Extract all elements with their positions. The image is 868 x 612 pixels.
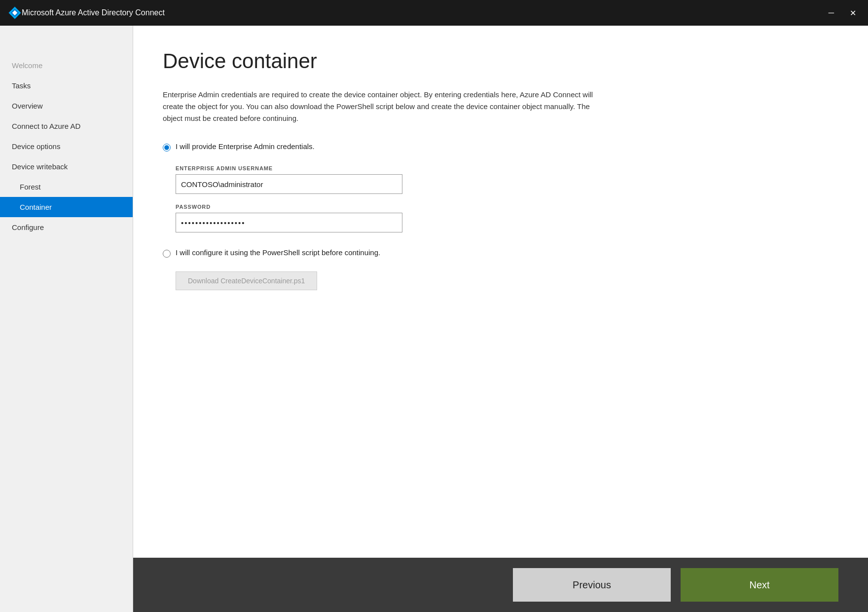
window-controls: ─ ✕ bbox=[825, 6, 860, 20]
radio-credentials-label: I will provide Enterprise Admin credenti… bbox=[176, 142, 315, 151]
sidebar-item-welcome: Welcome bbox=[0, 55, 133, 76]
main-window: Welcome Tasks Overview Connect to Azure … bbox=[0, 26, 868, 612]
sidebar-item-configure[interactable]: Configure bbox=[0, 217, 133, 237]
download-script-button[interactable]: Download CreateDeviceContainer.ps1 bbox=[176, 271, 317, 290]
radio-credentials-input[interactable] bbox=[163, 144, 171, 152]
sidebar-item-forest[interactable]: Forest bbox=[0, 177, 133, 197]
radio-powershell-input[interactable] bbox=[163, 250, 171, 258]
next-button[interactable]: Next bbox=[681, 568, 838, 602]
window-title: Microsoft Azure Active Directory Connect bbox=[22, 8, 825, 17]
close-button[interactable]: ✕ bbox=[846, 6, 860, 20]
username-input[interactable] bbox=[176, 174, 402, 194]
sidebar-item-overview[interactable]: Overview bbox=[0, 96, 133, 116]
sidebar-item-container[interactable]: Container bbox=[0, 197, 133, 217]
password-label: PASSWORD bbox=[176, 204, 838, 210]
description-text: Enterprise Admin credentials are require… bbox=[163, 89, 607, 124]
page-title: Device container bbox=[163, 49, 838, 73]
username-label: ENTERPRISE ADMIN USERNAME bbox=[176, 165, 838, 171]
content-area: Device container Enterprise Admin creden… bbox=[133, 26, 868, 612]
sidebar-item-device-writeback[interactable]: Device writeback bbox=[0, 156, 133, 177]
radio-option-powershell[interactable]: I will configure it using the PowerShell… bbox=[163, 248, 838, 258]
title-bar: Microsoft Azure Active Directory Connect… bbox=[0, 0, 868, 26]
sidebar-item-connect-azure-ad[interactable]: Connect to Azure AD bbox=[0, 116, 133, 136]
sidebar-item-tasks[interactable]: Tasks bbox=[0, 76, 133, 96]
radio-option-credentials[interactable]: I will provide Enterprise Admin credenti… bbox=[163, 142, 838, 152]
sidebar: Welcome Tasks Overview Connect to Azure … bbox=[0, 26, 133, 612]
sidebar-item-device-options[interactable]: Device options bbox=[0, 136, 133, 156]
minimize-button[interactable]: ─ bbox=[825, 6, 838, 20]
content-main: Device container Enterprise Admin creden… bbox=[133, 26, 868, 558]
previous-button[interactable]: Previous bbox=[513, 568, 671, 602]
password-input[interactable] bbox=[176, 213, 402, 232]
credentials-form: ENTERPRISE ADMIN USERNAME PASSWORD bbox=[176, 165, 838, 232]
azure-logo-icon bbox=[8, 6, 22, 20]
footer: Previous Next bbox=[133, 558, 868, 612]
radio-powershell-label: I will configure it using the PowerShell… bbox=[176, 248, 380, 257]
